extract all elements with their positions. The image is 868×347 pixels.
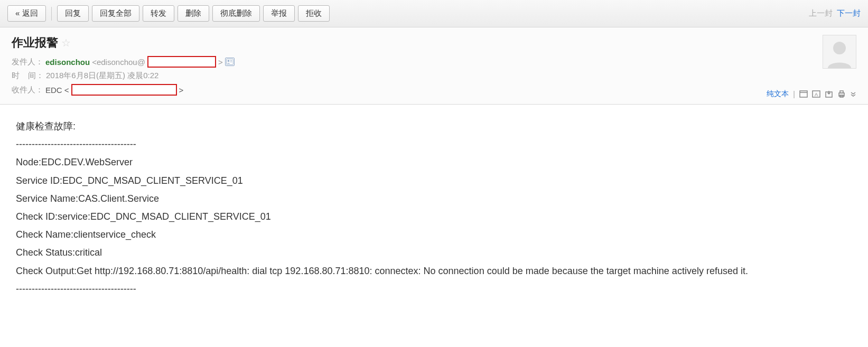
next-mail-link[interactable]: 下一封 [837, 8, 861, 18]
save-icon[interactable] [825, 90, 833, 98]
body-sep: -------------------------------------- [16, 280, 852, 298]
delete-button[interactable]: 删除 [178, 5, 209, 22]
contact-card-icon[interactable] [225, 58, 235, 66]
reply-button[interactable]: 回复 [57, 5, 89, 22]
sender-email-suffix: > [218, 58, 223, 67]
body-line: Service ID:EDC_DNC_MSAD_CLIENT_SERVICE_0… [16, 172, 852, 190]
body-line: Service Name:CAS.Client.Service [16, 190, 852, 208]
nav-links: 上一封 下一封 [809, 8, 861, 18]
from-label: 发件人： [12, 57, 43, 67]
time-row: 时 间： 2018年6月8日(星期五) 凌晨0:22 [12, 71, 856, 81]
more-icon[interactable] [850, 90, 856, 98]
print-icon[interactable] [837, 90, 846, 98]
prev-mail-link: 上一封 [809, 8, 833, 18]
reply-all-button[interactable]: 回复全部 [92, 5, 139, 22]
svg-point-1 [227, 60, 229, 62]
from-row: 发件人： edisonchou <edisonchou@ > [12, 56, 856, 68]
body-sep: -------------------------------------- [16, 135, 852, 153]
view-tools: 纯文本 | A [767, 89, 856, 99]
body-line: Check Status:critical [16, 243, 852, 261]
mail-body: 健康检查故障: --------------------------------… [0, 105, 868, 311]
body-line: Node:EDC.DEV.WebServer [16, 153, 852, 171]
svg-rect-5 [800, 91, 807, 97]
delete-permanent-button[interactable]: 彻底删除 [212, 5, 260, 22]
sender-name[interactable]: edisonchou [45, 58, 90, 67]
forward-button[interactable]: 转发 [143, 5, 174, 22]
time-label-a: 时 [12, 71, 20, 81]
mail-subject: 作业报警 [12, 35, 58, 51]
svg-point-4 [833, 42, 846, 54]
redacted-sender-domain [147, 56, 216, 68]
encoding-icon[interactable]: A [812, 90, 820, 98]
window-icon[interactable] [799, 90, 808, 98]
toolbar: « 返回 回复 回复全部 转发 删除 彻底删除 举报 拒收 上一封 下一封 [0, 0, 868, 27]
star-icon[interactable]: ☆ [61, 36, 71, 49]
redacted-recipient [71, 84, 177, 96]
to-suffix: > [179, 86, 184, 95]
to-label: 收件人： [12, 85, 43, 95]
to-name: EDC < [45, 86, 69, 95]
time-value: 2018年6月8日(星期五) 凌晨0:22 [46, 71, 158, 81]
sender-email-prefix: <edisonchou@ [92, 58, 145, 67]
avatar[interactable] [823, 35, 856, 69]
svg-rect-11 [840, 91, 843, 93]
separator [51, 7, 52, 21]
time-label-b: 间： [28, 71, 44, 81]
body-line: Check ID:service:EDC_DNC_MSAD_CLIENT_SER… [16, 208, 852, 226]
plain-text-link[interactable]: 纯文本 [767, 89, 789, 99]
to-row: 收件人： EDC < > [12, 84, 856, 96]
body-line: 健康检查故障: [16, 117, 852, 135]
svg-rect-0 [226, 59, 233, 64]
svg-text:A: A [815, 92, 818, 97]
body-line: Check Name:clientservice_check [16, 226, 852, 243]
body-line: Check Output:Get http://192.168.80.71:88… [16, 262, 852, 280]
mail-header: 作业报警 ☆ 发件人： edisonchou <edisonchou@ > 时 … [0, 27, 868, 105]
back-button[interactable]: « 返回 [7, 5, 46, 22]
reject-button[interactable]: 拒收 [298, 5, 330, 22]
report-button[interactable]: 举报 [263, 5, 295, 22]
